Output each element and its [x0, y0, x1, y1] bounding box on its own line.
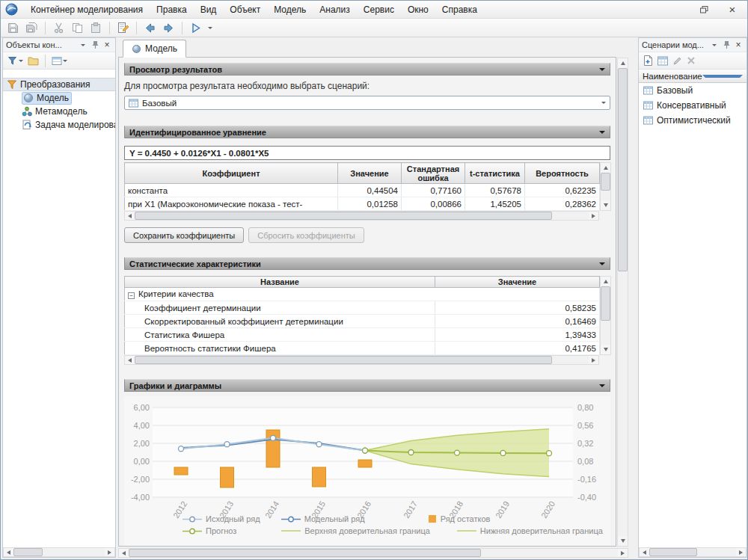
close-button[interactable]: ×: [725, 3, 740, 16]
scenario-select[interactable]: Базовый: [124, 96, 610, 110]
menu-view[interactable]: Вид: [194, 2, 224, 17]
main-hscrollbar[interactable]: [118, 548, 628, 558]
table-row[interactable]: константа 0,44504 0,77160 0,57678 0,6223…: [125, 184, 600, 197]
menu-container[interactable]: Контейнер моделирования: [24, 2, 150, 17]
copy-button[interactable]: [69, 20, 86, 36]
tree-node-model[interactable]: Модель: [3, 91, 115, 105]
group-row[interactable]: −Критерии качества: [125, 288, 600, 301]
back-button[interactable]: [141, 20, 159, 36]
table-row[interactable]: при X1 (Макроэкономические показа - тест…: [125, 197, 600, 211]
properties-button[interactable]: [114, 20, 132, 36]
equation-table-hscrollbar[interactable]: [124, 211, 599, 221]
edit-scenario-button[interactable]: [671, 54, 684, 68]
scroll-right-button[interactable]: [618, 549, 628, 557]
table-row[interactable]: Скорректированный коэффициент детерминац…: [125, 315, 600, 328]
section-header-results[interactable]: Просмотр результатов: [124, 63, 610, 76]
scroll-down-button[interactable]: [601, 345, 610, 354]
menu-model[interactable]: Модель: [267, 2, 313, 17]
right-panel-hscrollbar[interactable]: [639, 547, 747, 557]
scroll-right-button[interactable]: [589, 356, 598, 364]
panel-close-button[interactable]: ×: [733, 40, 744, 50]
scroll-thumb[interactable]: [618, 68, 628, 271]
left-panel-hscrollbar[interactable]: [3, 547, 115, 557]
scroll-track[interactable]: [649, 548, 736, 556]
view-mode-button[interactable]: [50, 54, 69, 68]
scroll-right-button[interactable]: [105, 548, 114, 556]
toolbar-separator: [45, 55, 46, 67]
scroll-thumb[interactable]: [129, 549, 481, 557]
menu-analysis[interactable]: Анализ: [313, 2, 357, 17]
section-header-charts[interactable]: Графики и диаграммы: [124, 379, 610, 392]
section-header-equation[interactable]: Идентифицированное уравнение: [124, 126, 610, 138]
cut-button[interactable]: [50, 20, 67, 36]
collapse-expander-icon[interactable]: −: [128, 292, 135, 299]
scenario-item-conservative[interactable]: Консервативный: [639, 98, 747, 113]
panel-close-button[interactable]: ×: [102, 40, 112, 50]
pin-button[interactable]: [721, 40, 732, 50]
stats-table-hscrollbar[interactable]: [124, 355, 599, 365]
scroll-thumb[interactable]: [601, 286, 610, 321]
scroll-thumb[interactable]: [649, 548, 697, 556]
panel-menu-button[interactable]: [709, 40, 720, 50]
scroll-thumb[interactable]: [601, 173, 610, 191]
scroll-left-button[interactable]: [125, 212, 135, 220]
panel-menu-button[interactable]: [78, 40, 88, 50]
scroll-thumb[interactable]: [135, 212, 552, 220]
scenario-item-base[interactable]: Базовый: [639, 83, 747, 98]
main-vscrollbar[interactable]: [617, 58, 628, 547]
run-dropdown-button[interactable]: [206, 20, 215, 36]
scroll-left-button[interactable]: [4, 548, 13, 556]
table-row[interactable]: Коэффициент детерминации 0,58235: [125, 301, 600, 315]
table-row[interactable]: Статистика Фишера 1,39433: [125, 328, 600, 342]
equation-table-vscrollbar[interactable]: [600, 162, 611, 211]
scroll-track[interactable]: [129, 549, 618, 557]
scroll-left-button[interactable]: [125, 356, 135, 364]
scroll-track[interactable]: [601, 173, 610, 200]
scroll-thumb[interactable]: [135, 356, 552, 364]
scroll-up-button[interactable]: [601, 277, 610, 286]
section-header-stats[interactable]: Статистические характеристики: [124, 257, 610, 270]
menu-object[interactable]: Объект: [223, 2, 267, 17]
new-scenario-button[interactable]: [642, 54, 654, 68]
scroll-track[interactable]: [135, 356, 589, 364]
forward-button[interactable]: [160, 20, 177, 36]
scroll-track[interactable]: [135, 212, 589, 220]
scroll-down-button[interactable]: [618, 536, 628, 546]
delete-scenario-button[interactable]: [685, 54, 697, 68]
pin-button[interactable]: [90, 40, 100, 50]
menu-edit[interactable]: Правка: [150, 2, 194, 17]
tree-node-modeling-task[interactable]: Задача моделирования: [3, 118, 115, 132]
scenario-list-button[interactable]: [656, 54, 669, 68]
run-button[interactable]: [187, 20, 204, 36]
scenario-column-header[interactable]: Наименование: [639, 70, 747, 83]
scroll-left-button[interactable]: [119, 549, 129, 557]
menu-help[interactable]: Справка: [435, 2, 484, 17]
scroll-up-button[interactable]: [601, 163, 610, 173]
tree-node-transformations[interactable]: Преобразования: [3, 78, 115, 91]
folder-button[interactable]: [26, 54, 40, 68]
scroll-track[interactable]: [13, 548, 105, 556]
save-button[interactable]: [4, 20, 22, 36]
filter-button[interactable]: [6, 54, 25, 68]
stats-table-vscrollbar[interactable]: [600, 276, 611, 355]
reset-coefficients-button[interactable]: Сбросить коэффициенты: [248, 227, 364, 243]
scroll-track[interactable]: [601, 286, 610, 345]
scroll-track[interactable]: [618, 68, 628, 536]
scroll-thumb[interactable]: [13, 548, 43, 556]
menu-service[interactable]: Сервис: [357, 2, 401, 17]
menu-window[interactable]: Окно: [401, 2, 435, 17]
save-all-icon: [26, 22, 37, 34]
scroll-left-button[interactable]: [640, 548, 649, 556]
save-all-button[interactable]: [23, 20, 40, 36]
scroll-right-button[interactable]: [736, 548, 746, 556]
scroll-right-button[interactable]: [589, 212, 598, 220]
scroll-up-button[interactable]: [618, 58, 628, 68]
scroll-down-button[interactable]: [601, 200, 610, 210]
paste-button[interactable]: [88, 20, 105, 36]
tree-node-metamodel[interactable]: Метамодель: [3, 105, 115, 118]
save-coefficients-button[interactable]: Сохранить коэффициенты: [124, 227, 244, 243]
restore-button[interactable]: [696, 3, 711, 16]
table-row[interactable]: Вероятность статистики Фишера 0,41765: [125, 342, 600, 355]
scenario-item-optimistic[interactable]: Оптимистический: [639, 113, 747, 128]
tab-model[interactable]: Модель: [123, 40, 186, 58]
